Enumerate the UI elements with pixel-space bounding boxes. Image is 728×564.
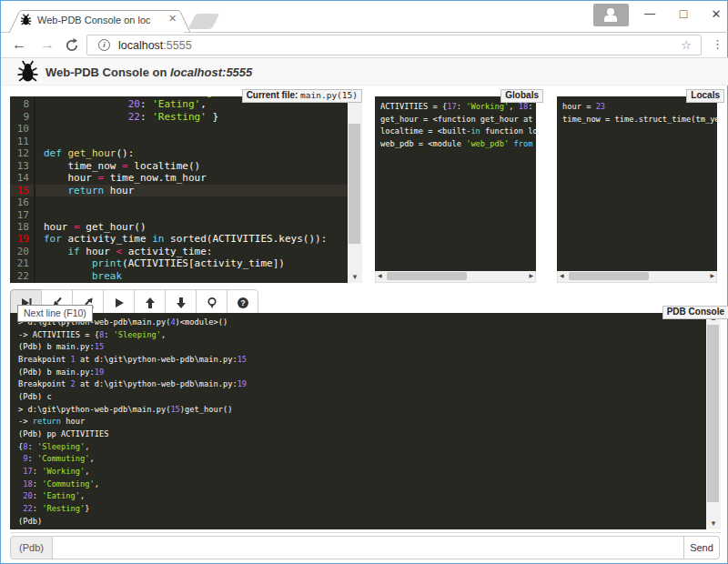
tab-title: Web-PDB Console on loc bbox=[37, 15, 151, 25]
code-line-16[interactable]: 16 bbox=[10, 196, 348, 208]
page-title: Web-PDB Console on localhost:5555 bbox=[46, 65, 252, 79]
tab-favicon-bug-icon bbox=[20, 14, 32, 25]
command-input-group: (Pdb) Send bbox=[10, 536, 720, 559]
globals-scroll-left-icon[interactable]: ◀ bbox=[378, 271, 382, 281]
code-line-11[interactable]: 11 bbox=[10, 136, 348, 147]
globals-content[interactable]: ACTIVITIES = {17: 'Working', 18: 'Commut… bbox=[375, 96, 536, 271]
globals-badge: Globals bbox=[500, 89, 543, 103]
code-line-10[interactable]: 10 bbox=[10, 123, 348, 135]
source-scrollbar-down-icon[interactable]: ▼ bbox=[348, 272, 362, 283]
console-vertical-scrollbar[interactable]: ▲ ▼ bbox=[706, 313, 721, 529]
next-line-tooltip: Next line (F10) bbox=[17, 305, 93, 322]
output-line: -> ACTIVITIES = {8: 'Sleeping', bbox=[18, 329, 706, 342]
output-line: web_pdb = <module 'web_pdb' from 'd:\git… bbox=[380, 138, 536, 151]
locals-scroll-left-icon[interactable]: ◀ bbox=[560, 271, 564, 281]
profile-button[interactable] bbox=[593, 4, 629, 26]
globals-scrollbar-thumb[interactable] bbox=[387, 272, 467, 280]
globals-horizontal-scrollbar[interactable]: ◀ ▶ bbox=[375, 271, 536, 283]
code-line-18[interactable]: 18hour = get_hour() bbox=[10, 221, 348, 233]
output-line: (Pdb) c bbox=[18, 391, 706, 404]
output-line: (Pdb) pp ACTIVITIES bbox=[18, 428, 706, 441]
page-info-icon[interactable]: i bbox=[98, 39, 110, 51]
window-minimize-button[interactable]: — bbox=[636, 1, 663, 27]
tab-close-icon[interactable]: ✕ bbox=[168, 13, 177, 25]
forward-button[interactable]: → bbox=[40, 36, 55, 53]
locals-panel: hour = 23time_now = time.struct_time(tm_… bbox=[557, 96, 717, 283]
code-line-22[interactable]: 22 break bbox=[10, 270, 348, 282]
output-line: hour = 23 bbox=[562, 101, 717, 114]
current-file-badge: Current file: main.py(15) bbox=[242, 89, 362, 103]
output-line: 18: 'Commuting', bbox=[18, 478, 706, 491]
source-panel: 7 18: 'Commuting',8 20: 'Eating',9 22: '… bbox=[10, 96, 362, 283]
webpdb-logo-bug-icon bbox=[16, 60, 39, 83]
marker-icon bbox=[206, 297, 218, 309]
output-line: {8: 'Sleeping', bbox=[18, 441, 706, 454]
globals-scroll-right-icon[interactable]: ▶ bbox=[529, 271, 533, 281]
output-line: get_hour = <function get_hour at 0x00000… bbox=[380, 114, 536, 126]
window-maximize-button[interactable]: □ bbox=[670, 1, 697, 27]
locals-content[interactable]: hour = 23time_now = time.struct_time(tm_… bbox=[557, 96, 717, 271]
output-line: time_now = time.struct_time(tm_year=2017… bbox=[562, 114, 717, 126]
tabstrip-line-left bbox=[1, 32, 9, 33]
output-line: 22: 'Resting'} bbox=[18, 503, 706, 516]
reload-button[interactable] bbox=[65, 38, 79, 53]
output-line: Breakpoint 2 at d:\git\python-web-pdb\ma… bbox=[18, 378, 706, 391]
console-scroll-down-icon[interactable]: ▼ bbox=[706, 519, 721, 529]
code-line-17[interactable]: 17 bbox=[10, 209, 348, 221]
address-bar[interactable]: i localhost:5555 ☆ bbox=[86, 35, 702, 55]
source-scrollbar-thumb[interactable] bbox=[349, 124, 360, 244]
code-line-20[interactable]: 20 if hour < activity_time: bbox=[10, 246, 348, 257]
code-line-13[interactable]: 13 time_now = localtime() bbox=[10, 160, 348, 172]
output-line: (Pdb) bbox=[18, 516, 706, 529]
pdb-console-panel: > d:\git\python-web-pdb\main.py(4)<modul… bbox=[10, 313, 721, 533]
code-line-23[interactable]: 23 print('Chilling') bbox=[10, 282, 348, 283]
continue-icon bbox=[113, 297, 126, 309]
browser-window: Web-PDB Console on loc ✕ — □ ✕ ← → i loc… bbox=[0, 0, 728, 564]
url-text: localhost:5555 bbox=[118, 39, 192, 52]
output-line: 9: 'Commuting', bbox=[18, 453, 706, 466]
down-arrow-icon bbox=[175, 297, 187, 309]
output-line: -> return hour bbox=[18, 416, 706, 428]
tabstrip-line-right bbox=[184, 32, 728, 33]
code-line-9[interactable]: 9 22: 'Resting' } bbox=[10, 111, 348, 123]
locals-scroll-right-icon[interactable]: ▶ bbox=[710, 271, 714, 281]
pdb-console-output[interactable]: > d:\git\python-web-pdb\main.py(4)<modul… bbox=[10, 313, 706, 529]
browser-menu-icon[interactable]: ⋮ bbox=[712, 37, 723, 51]
send-button[interactable]: Send bbox=[684, 536, 720, 559]
output-line: (Pdb) b main.py:19 bbox=[18, 367, 706, 379]
output-line: > d:\git\python-web-pdb\main.py(4)<modul… bbox=[18, 317, 706, 329]
source-vertical-scrollbar[interactable]: ▼ bbox=[348, 96, 362, 283]
output-line: 17: 'Working', bbox=[18, 466, 706, 478]
locals-horizontal-scrollbar[interactable]: ◀ ▶ bbox=[557, 271, 717, 283]
console-scrollbar-thumb[interactable] bbox=[707, 325, 719, 502]
code-line-21[interactable]: 21 print(ACTIVITIES[activity_time]) bbox=[10, 257, 348, 269]
bookmark-star-icon[interactable]: ☆ bbox=[681, 38, 692, 52]
code-line-12[interactable]: 12def get_hour(): bbox=[10, 147, 348, 159]
source-code[interactable]: 7 18: 'Commuting',8 20: 'Eating',9 22: '… bbox=[10, 96, 348, 283]
page-header: Web-PDB Console on localhost:5555 bbox=[2, 58, 728, 86]
svg-text:?: ? bbox=[240, 298, 246, 307]
command-input[interactable] bbox=[53, 536, 684, 559]
back-button[interactable]: ← bbox=[12, 36, 26, 53]
output-line: Breakpoint 1 at d:\git\python-web-pdb\ma… bbox=[18, 354, 706, 367]
globals-panel: ACTIVITIES = {17: 'Working', 18: 'Commut… bbox=[375, 96, 536, 283]
profile-icon bbox=[607, 8, 614, 15]
output-line: 20: 'Eating', bbox=[18, 490, 706, 503]
code-line-19[interactable]: 19for activity_time in sorted(ACTIVITIES… bbox=[10, 233, 348, 245]
output-line: > d:\git\python-web-pdb\main.py(15)get_h… bbox=[18, 404, 706, 417]
help-icon: ? bbox=[237, 297, 249, 309]
window-close-button[interactable]: ✕ bbox=[703, 1, 728, 27]
prompt-addon: (Pdb) bbox=[10, 536, 53, 559]
up-arrow-icon bbox=[144, 297, 157, 309]
pdb-console-badge: PDB Console bbox=[662, 306, 728, 319]
code-line-14[interactable]: 14 hour = time_now.tm_hour bbox=[10, 172, 348, 184]
output-line: localtime = <built-in function localtime… bbox=[380, 126, 536, 138]
code-line-15[interactable]: 15 return hour bbox=[10, 185, 348, 196]
output-line: ACTIVITIES = {17: 'Working', 18: 'Commut… bbox=[380, 101, 536, 114]
locals-badge: Locals bbox=[686, 89, 724, 103]
locals-scrollbar-thumb[interactable] bbox=[569, 272, 649, 280]
output-line: (Pdb) b main.py:15 bbox=[18, 341, 706, 354]
